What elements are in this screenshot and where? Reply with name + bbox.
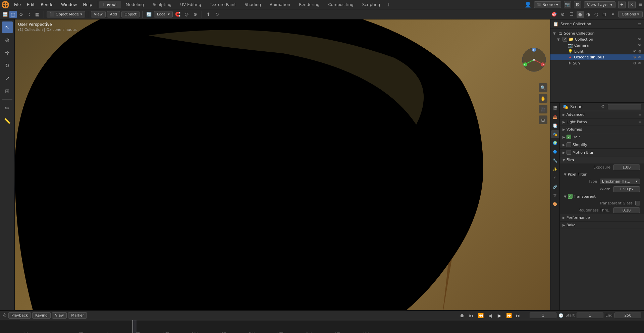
add-workspace-button[interactable]: + — [385, 1, 393, 8]
menu-file[interactable]: File — [11, 2, 23, 8]
current-frame-input[interactable]: 1 — [530, 313, 556, 318]
section-header-simplify[interactable]: ▶ Simplify — [560, 141, 644, 148]
timeline-view-menu[interactable]: View — [52, 312, 67, 319]
section-header-performance[interactable]: ▶ Performance — [560, 214, 644, 221]
rotate-icon[interactable]: ↻ — [213, 11, 221, 18]
sub-section-transparent[interactable]: ▼ Transparent — [560, 193, 644, 200]
sun-visibility-icon[interactable]: 👁 — [638, 61, 641, 65]
prop-tab-physics[interactable]: ⚡ — [551, 174, 559, 182]
camera-view-icon[interactable]: 🎥 — [539, 105, 547, 113]
section-header-motion-blur[interactable]: ▶ Motion Blur — [560, 149, 644, 156]
menu-render[interactable]: Render — [38, 2, 58, 8]
timeline-marker-menu[interactable]: Marker — [68, 312, 87, 319]
tree-item-oxicone[interactable]: ▶ 🔺 Oxicone sinuous ▽ 👁 — [550, 54, 644, 60]
transform-orient-icon[interactable]: 🔄 — [145, 11, 153, 18]
section-header-light-paths[interactable]: ▶ Light Paths ≡ — [560, 118, 644, 126]
select-lasso-icon[interactable]: ⌇ — [25, 11, 33, 18]
solid-shading-icon[interactable]: ● — [577, 11, 584, 18]
add-view-layer-icon[interactable]: + — [618, 1, 626, 8]
section-header-advanced[interactable]: ▶ Advanced ≡ — [560, 111, 644, 118]
hair-checkbox[interactable] — [567, 135, 571, 139]
camera-visibility-icon[interactable]: 👁 — [638, 43, 641, 48]
rendered-shading-icon[interactable]: ○ — [593, 11, 600, 18]
tree-item-light[interactable]: ▶ 💡 Light 👁 ⚙ — [550, 48, 644, 54]
menu-help[interactable]: Help — [80, 2, 95, 8]
roughness-input[interactable]: 0.10 — [613, 207, 640, 213]
camera-icon[interactable]: 📷 — [564, 1, 571, 8]
workspace-animation[interactable]: Animation — [266, 1, 294, 8]
user-icon[interactable]: 👤 — [525, 1, 531, 8]
workspace-modeling[interactable]: Modeling — [122, 1, 148, 8]
section-header-hair[interactable]: ▶ Hair — [560, 133, 644, 141]
advanced-list-icon[interactable]: ≡ — [639, 113, 641, 116]
viewport-overlays-icon[interactable]: ⊙ — [559, 11, 567, 18]
transform-orient-dropdown[interactable]: Local ▾ — [154, 11, 173, 17]
prop-tab-constraints[interactable]: 🔗 — [551, 183, 559, 191]
header-view-menu[interactable]: View — [91, 11, 106, 17]
proportional-type-icon[interactable]: ⊕ — [192, 11, 199, 18]
select-all-icon[interactable]: ▦ — [34, 11, 41, 18]
viewport-gizmos-icon[interactable]: 🎯 — [550, 11, 558, 18]
tree-item-scene-collection[interactable]: ▼ 🗂 Scene Collection — [550, 30, 644, 36]
tree-item-collection[interactable]: ▼ ✓ 📁 Collection 👁 — [550, 36, 644, 42]
grid-view-icon[interactable]: ⊞ — [539, 115, 547, 124]
select-tool[interactable]: ↖ — [2, 21, 13, 33]
end-frame-input[interactable]: 250 — [614, 313, 641, 318]
timeline-body[interactable]: -20 20 40 60 80 100 120 140 160 180 200 … — [0, 320, 644, 333]
step-back-button[interactable]: ⏪ — [477, 313, 484, 318]
workspace-texture-paint[interactable]: Texture Paint — [206, 1, 240, 8]
wireframe-shading-icon[interactable]: ◻ — [601, 11, 608, 18]
filter-width-input[interactable]: 1.50 px — [613, 186, 640, 192]
pan-icon[interactable]: ✋ — [539, 94, 547, 103]
cursor-tool[interactable]: ⊕ — [2, 34, 13, 46]
step-forward-button[interactable]: ⏩ — [505, 313, 512, 318]
transparent-glass-checkbox[interactable] — [635, 201, 640, 205]
section-header-bake[interactable]: ▶ Bake — [560, 222, 644, 229]
blender-logo-icon[interactable] — [1, 1, 9, 9]
collection-checkbox[interactable]: ✓ — [562, 37, 567, 42]
filter-icon[interactable]: ≡ — [638, 1, 643, 8]
timeline-type-icon[interactable]: ⏱ — [3, 313, 7, 318]
remove-view-layer-icon[interactable]: ✕ — [628, 1, 636, 8]
outliner-icon[interactable]: 📋 — [553, 21, 558, 27]
sub-section-pixel-filter[interactable]: ▼ Pixel Filter — [560, 171, 644, 178]
measure-tool[interactable]: 📏 — [2, 115, 13, 127]
prop-tab-object[interactable]: 🔷 — [551, 148, 559, 156]
timeline-keying-menu[interactable]: Keying — [32, 312, 51, 319]
light-settings-icon[interactable]: ⚙ — [638, 49, 641, 54]
navigation-gizmo[interactable]: Z X Y — [521, 46, 547, 73]
prop-tab-render[interactable]: 🎬 — [551, 104, 559, 112]
record-button[interactable]: ⏺ — [459, 313, 465, 318]
prop-tab-scene[interactable]: 🎭 — [551, 130, 559, 138]
scene-search-input[interactable] — [608, 104, 641, 109]
rotate-tool[interactable]: ↻ — [2, 60, 13, 71]
workspace-compositing[interactable]: Compositing — [324, 1, 357, 8]
play-back-button[interactable]: ◀ — [487, 313, 493, 318]
motion-blur-checkbox[interactable] — [567, 150, 571, 155]
scale-tool[interactable]: ⤢ — [2, 73, 13, 84]
scene-settings-icon[interactable]: ⚙ — [601, 104, 606, 109]
collection-visibility-icon[interactable]: 👁 — [638, 37, 641, 42]
jump-end-button[interactable]: ⏭ — [515, 313, 522, 318]
proportional-icon[interactable]: ◎ — [183, 11, 190, 18]
select-box-icon[interactable]: ⬚ — [9, 11, 17, 18]
workspace-uv-editing[interactable]: UV Editing — [176, 1, 205, 8]
zoom-to-fit-icon[interactable]: 🔍 — [539, 83, 547, 92]
prop-tab-output[interactable]: 📤 — [551, 113, 559, 121]
tree-item-camera[interactable]: ▶ 📷 Camera 👁 — [550, 42, 644, 48]
transform-tool[interactable]: ⊞ — [2, 85, 13, 97]
section-header-film[interactable]: ▼ Film — [560, 156, 644, 163]
workspace-rendering[interactable]: Rendering — [295, 1, 323, 8]
header-add-menu[interactable]: Add — [107, 11, 120, 17]
light-paths-list-icon[interactable]: ≡ — [639, 120, 641, 124]
transparent-checkbox[interactable] — [568, 194, 573, 199]
filter-type-dropdown[interactable]: Blackman-Ha... ▾ — [600, 179, 640, 184]
xray-toggle[interactable]: ☐ — [568, 11, 575, 18]
filter-outliner-icon[interactable]: ≡ — [638, 21, 641, 27]
tree-item-sun[interactable]: ▶ ☀ Sun ⚙ 👁 — [550, 60, 644, 66]
snap-icon[interactable]: 🧲 — [174, 11, 181, 18]
oxicone-visibility-icon[interactable]: 👁 — [638, 55, 641, 59]
shading-settings-icon[interactable]: ▾ — [609, 11, 617, 18]
prop-tab-world[interactable]: 🌍 — [551, 139, 559, 147]
grab-icon[interactable]: ⬆ — [205, 11, 212, 18]
